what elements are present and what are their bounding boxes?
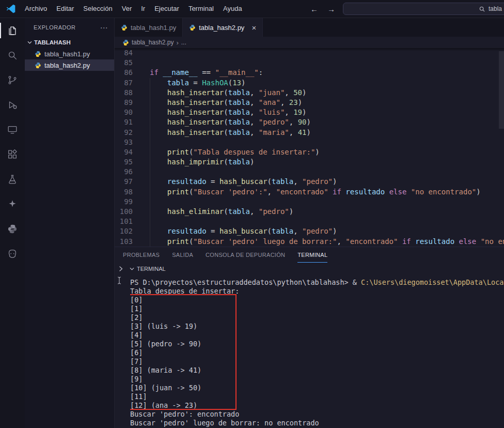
panel-tab-salida[interactable]: SALIDA — [172, 247, 193, 263]
code-token: , — [267, 188, 276, 196]
python-file-icon — [121, 24, 128, 31]
activity-copilot[interactable] — [0, 241, 25, 266]
nav-back-button[interactable]: ← — [310, 5, 318, 13]
activity-source-control[interactable] — [0, 68, 25, 93]
terminal-line: [6] — [130, 348, 504, 357]
code-token: , — [289, 128, 298, 136]
code-token: print — [167, 237, 189, 246]
folder-section-tablahash[interactable]: TABLAHASH — [25, 37, 114, 48]
activity-extensions[interactable] — [0, 142, 25, 167]
code-token: ( — [224, 98, 228, 106]
tab-tabla-hash1-py[interactable]: tabla_hash1.py — [115, 18, 183, 37]
breadcrumb[interactable]: tabla_hash2.py › ... — [115, 37, 504, 48]
code-token: ) — [298, 98, 302, 106]
menu-item-editar[interactable]: Editar — [52, 0, 78, 18]
line-number: 93 — [115, 137, 133, 147]
code-token: ( — [267, 177, 272, 186]
activity-run-debug[interactable] — [0, 93, 25, 117]
code-token — [150, 108, 167, 116]
command-center-text: tabla — [489, 5, 502, 12]
terminal-token: [0] — [130, 296, 143, 304]
code-line: 87 tabla = HashOA(13) — [115, 78, 504, 88]
copilot-icon — [7, 248, 18, 259]
code-text — [133, 197, 150, 207]
menu-item-ir[interactable]: Ir — [136, 0, 150, 18]
menu-item-ejecutar[interactable]: Ejecutar — [150, 0, 184, 18]
terminal-line: PS D:\proyectos\estructuraddedatos\pytho… — [130, 278, 504, 287]
menu-item-terminal[interactable]: Terminal — [184, 0, 218, 18]
line-number: 95 — [115, 157, 133, 167]
code-token: ( — [267, 227, 272, 235]
code-token: , — [293, 227, 302, 235]
code-token: ) — [241, 79, 245, 87]
panel-tab-terminal[interactable]: TERMINAL — [297, 247, 327, 263]
command-center[interactable]: tabla — [343, 3, 504, 15]
terminal-token: [7] — [130, 357, 143, 365]
panel-tab-consola-de-depuracion[interactable]: CONSOLA DE DEPURACIÓN — [206, 247, 285, 263]
chevron-down-icon — [27, 40, 33, 45]
code-token — [150, 207, 167, 216]
source-control-icon — [7, 74, 18, 86]
terminal-token: PS D:\proyectos\estructuraddedatos\pytho… — [130, 278, 353, 286]
nav-forward-button[interactable]: → — [327, 5, 335, 13]
code-token — [411, 237, 415, 246]
activity-explorer[interactable] — [0, 18, 25, 43]
code-token: hash_buscar — [219, 177, 267, 186]
close-icon[interactable]: × — [251, 24, 256, 32]
terminal-token: Buscar 'pedro' luego de borrar: no encon… — [130, 419, 319, 427]
line-number: 94 — [115, 147, 133, 157]
code-token: else — [459, 237, 477, 246]
code-token: "pedro" — [302, 227, 333, 235]
terminal-line: Tabla despues de insertar: — [130, 287, 504, 296]
activity-testing[interactable] — [0, 167, 25, 192]
code-token: "pedro" — [302, 177, 333, 186]
code-line: 100 hash_eliminar(tabla, "pedro") — [115, 207, 504, 217]
code-token: ) — [302, 108, 306, 116]
activity-remote-explorer[interactable] — [0, 117, 25, 142]
tab-tabla-hash2-py[interactable]: tabla_hash2.py× — [183, 18, 263, 37]
activity-search[interactable] — [0, 43, 25, 68]
python-file-icon — [35, 51, 41, 57]
line-number: 88 — [115, 88, 133, 98]
sidebar: EXPLORADOR ⋯ TABLAHASH tabla_hash1.pytab… — [25, 18, 115, 428]
terminal-section-toggle[interactable]: TERMINAL — [129, 266, 166, 272]
code-token: , — [285, 108, 293, 116]
code-token: "Buscar 'pedro' luego de borrar:" — [193, 237, 337, 246]
panel-tab-problemas[interactable]: PROBLEMAS — [123, 247, 160, 263]
code-line: 84 — [115, 48, 504, 58]
menu-item-ayuda[interactable]: Ayuda — [218, 0, 247, 18]
code-token — [150, 79, 167, 87]
code-token: 13 — [232, 79, 241, 87]
panel-chevron-icon[interactable] — [118, 266, 124, 272]
line-number: 90 — [115, 108, 133, 117]
file-item-tabla-hash2-py[interactable]: tabla_hash2.py — [25, 59, 114, 71]
activity-python[interactable] — [0, 217, 25, 241]
menu-item-ver[interactable]: Ver — [117, 0, 137, 18]
code-token — [150, 148, 167, 156]
code-token: "ana" — [259, 98, 280, 106]
terminal[interactable]: PS D:\proyectos\estructuraddedatos\pytho… — [130, 278, 504, 428]
editor-scrollbar[interactable] — [499, 51, 504, 129]
line-number: 99 — [115, 197, 133, 207]
menu-item-seleccion[interactable]: Selección — [78, 0, 117, 18]
code-line: 91 hash_insertar(tabla, "pedro", 90) — [115, 117, 504, 127]
code-token: HashOA — [202, 79, 228, 87]
terminal-line: Buscar 'pedro' luego de borrar: no encon… — [130, 419, 504, 427]
more-actions-icon[interactable]: ⋯ — [100, 24, 108, 32]
code-token: , — [250, 128, 259, 136]
explorer-icon — [7, 25, 18, 36]
file-item-tabla-hash1-py[interactable]: tabla_hash1.py — [25, 48, 114, 59]
code-token: if — [402, 237, 411, 246]
code-token: , — [250, 98, 259, 106]
code-token: == — [198, 68, 215, 77]
code-token: hash_imprimir — [167, 158, 224, 166]
code-editor[interactable]: 848586if __name__ == "__main__":87 tabla… — [115, 48, 504, 247]
activity-ai-sparkle[interactable] — [0, 192, 25, 217]
text-cursor-icon — [116, 276, 122, 285]
code-token: ) — [333, 227, 337, 235]
code-token — [385, 188, 389, 196]
menu-item-archivo[interactable]: Archivo — [20, 0, 52, 18]
code-text: hash_insertar(tabla, "pedro", 90) — [133, 117, 311, 127]
code-token: hash_insertar — [167, 118, 224, 126]
code-line: 88 hash_insertar(tabla, "juan", 50) — [115, 88, 504, 98]
